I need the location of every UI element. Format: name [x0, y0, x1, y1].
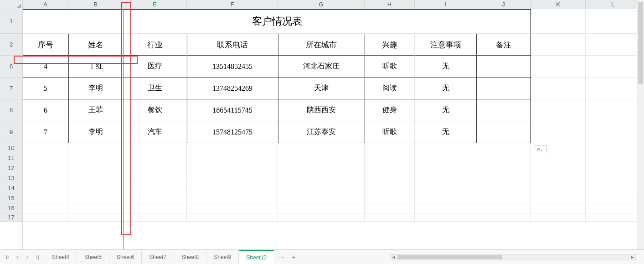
data-note-1[interactable]: 无 — [415, 78, 476, 99]
cell-K11[interactable] — [531, 153, 586, 163]
cell-I15[interactable] — [415, 193, 476, 203]
row-header-2[interactable]: 2 — [0, 34, 22, 56]
cell-E17[interactable] — [123, 213, 187, 222]
cell-G11[interactable] — [278, 153, 365, 163]
cell-E12[interactable] — [123, 163, 187, 173]
sheet-tab-Sheet7[interactable]: Sheet7 — [142, 250, 174, 264]
data-hobby-0[interactable]: 听歌 — [365, 56, 415, 78]
cell-I10[interactable] — [415, 143, 476, 153]
row-header-15[interactable]: 15 — [0, 193, 22, 203]
cell-K8[interactable] — [531, 99, 586, 121]
row-header-14[interactable]: 14 — [0, 183, 22, 193]
header-industry[interactable]: 行业 — [123, 34, 187, 56]
header-city[interactable]: 所在城市 — [278, 34, 365, 56]
data-name-0[interactable]: 丁红 — [68, 56, 123, 78]
cell-G15[interactable] — [278, 193, 365, 203]
header-phone[interactable]: 联系电话 — [187, 34, 278, 56]
cell-G17[interactable] — [278, 213, 365, 222]
cell-F10[interactable] — [187, 143, 278, 153]
cell-A13[interactable] — [23, 173, 68, 183]
cell-H17[interactable] — [365, 213, 415, 222]
cell-H14[interactable] — [365, 183, 415, 193]
sheet-tab-Sheet6[interactable]: Sheet6 — [109, 250, 142, 264]
cell-F12[interactable] — [187, 163, 278, 173]
cell-K16[interactable] — [531, 203, 586, 213]
cell-L12[interactable] — [586, 163, 640, 173]
cell-H11[interactable] — [365, 153, 415, 163]
sheet-tab-Sheet9[interactable]: Sheet9 — [206, 250, 239, 264]
cells-area[interactable]: 客户情况表序号姓名行业联系电话所在城市兴趣注意事项备注4丁红医疗13514852… — [23, 9, 644, 249]
cell-A17[interactable] — [23, 213, 68, 222]
row-header-1[interactable]: 1 — [0, 9, 22, 34]
data-phone-2[interactable]: 18654115745 — [187, 99, 278, 121]
hidden-column-divider[interactable] — [123, 9, 124, 249]
vertical-scrollbar[interactable] — [637, 0, 644, 249]
row-header-16[interactable]: 16 — [0, 203, 22, 213]
cell-F13[interactable] — [187, 173, 278, 183]
sheet-tab-Sheet8[interactable]: Sheet8 — [174, 250, 206, 264]
cell-H12[interactable] — [365, 163, 415, 173]
cell-L9[interactable] — [586, 121, 640, 143]
data-hobby-3[interactable]: 听歌 — [365, 121, 415, 143]
cell-L1[interactable] — [586, 9, 640, 34]
select-all-corner[interactable] — [0, 0, 22, 9]
data-phone-1[interactable]: 13748254269 — [187, 78, 278, 99]
column-header-J[interactable]: J — [476, 0, 531, 9]
cell-K9[interactable] — [531, 121, 586, 143]
data-industry-3[interactable]: 汽车 — [123, 121, 187, 143]
cell-K6[interactable] — [531, 56, 586, 78]
more-tabs-button[interactable]: ⋯ — [274, 254, 288, 261]
cell-H13[interactable] — [365, 173, 415, 183]
row-header-7[interactable]: 7 — [0, 78, 22, 99]
header-remark[interactable]: 备注 — [476, 34, 531, 56]
cell-H16[interactable] — [365, 203, 415, 213]
row-header-10[interactable]: 10 — [0, 143, 22, 153]
cell-K7[interactable] — [531, 78, 586, 99]
cell-L13[interactable] — [586, 173, 640, 183]
cell-I12[interactable] — [415, 163, 476, 173]
cell-A10[interactable] — [23, 143, 68, 153]
data-name-2[interactable]: 王菲 — [68, 99, 123, 121]
cell-J12[interactable] — [476, 163, 531, 173]
row-header-17[interactable]: 17 — [0, 213, 22, 222]
paste-options-button[interactable]: ⎘▾ — [534, 145, 546, 153]
cell-L6[interactable] — [586, 56, 640, 78]
cell-H10[interactable] — [365, 143, 415, 153]
hscroll-right-icon[interactable]: ▶ — [629, 254, 635, 260]
cell-J16[interactable] — [476, 203, 531, 213]
data-phone-3[interactable]: 15748125475 — [187, 121, 278, 143]
cell-K15[interactable] — [531, 193, 586, 203]
cell-B16[interactable] — [68, 203, 123, 213]
cell-F17[interactable] — [187, 213, 278, 222]
cell-K1[interactable] — [531, 9, 586, 34]
cell-G12[interactable] — [278, 163, 365, 173]
sheet-tab-Sheet5[interactable]: Sheet5 — [77, 250, 109, 264]
column-header-E[interactable]: E — [123, 0, 187, 9]
header-note[interactable]: 注意事项 — [415, 34, 476, 56]
cell-A11[interactable] — [23, 153, 68, 163]
row-header-13[interactable]: 13 — [0, 173, 22, 183]
hscroll-left-icon[interactable]: ◀ — [390, 254, 397, 260]
cell-G16[interactable] — [278, 203, 365, 213]
data-seq-1[interactable]: 5 — [23, 78, 68, 99]
cell-B10[interactable] — [68, 143, 123, 153]
column-header-G[interactable]: G — [278, 0, 365, 9]
data-seq-2[interactable]: 6 — [23, 99, 68, 121]
cell-I17[interactable] — [415, 213, 476, 222]
cell-K12[interactable] — [531, 163, 586, 173]
cell-A16[interactable] — [23, 203, 68, 213]
tab-nav-prev-icon[interactable]: ‹ — [13, 253, 22, 262]
cell-L11[interactable] — [586, 153, 640, 163]
column-header-A[interactable]: A — [23, 0, 68, 9]
cell-F15[interactable] — [187, 193, 278, 203]
data-city-1[interactable]: 天津 — [278, 78, 365, 99]
cell-L14[interactable] — [586, 183, 640, 193]
title-cell[interactable]: 客户情况表 — [23, 9, 531, 34]
cell-J11[interactable] — [476, 153, 531, 163]
sheet-tab-Sheet10[interactable]: Sheet10 — [239, 250, 274, 264]
cell-L15[interactable] — [586, 193, 640, 203]
data-note-3[interactable]: 无 — [415, 121, 476, 143]
tab-nav-next-icon[interactable]: › — [23, 253, 32, 262]
cell-K14[interactable] — [531, 183, 586, 193]
data-city-2[interactable]: 陕西西安 — [278, 99, 365, 121]
